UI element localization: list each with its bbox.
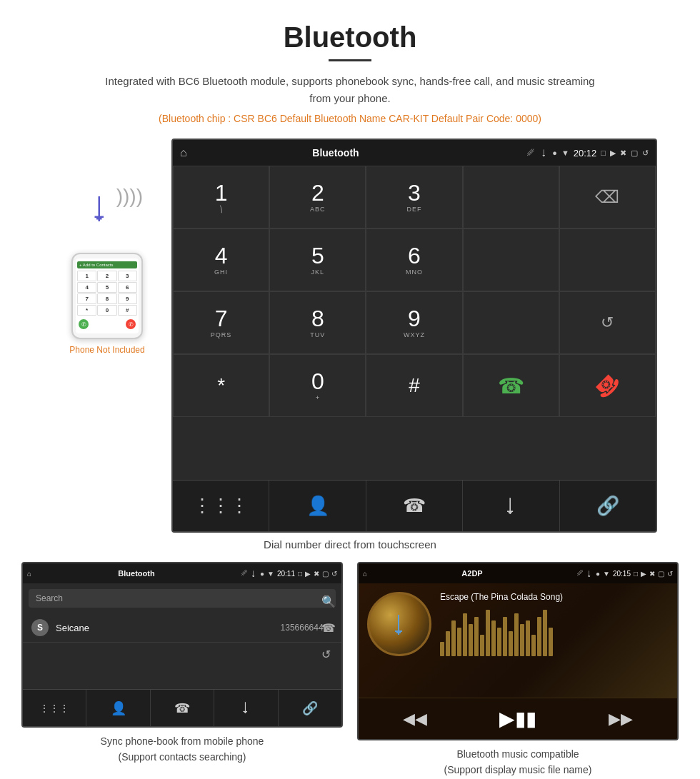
close-icon[interactable]: ✖ [620,149,626,158]
nav-contacts[interactable]: 👤 [269,481,366,531]
pb-close-icon[interactable]: ✖ [314,570,319,578]
window-icon[interactable]: ▢ [631,149,638,158]
viz-bar [537,617,541,656]
pb-status-bar: ⌂ Bluetooth ␥ ⭣ ● ▼ 20:11 □ ▶ ✖ ▢ ↺ [23,563,341,583]
call-side-icon[interactable]: ☎ [321,621,336,635]
music-info: Escape (The Pina Colada Song) [440,592,669,689]
key-4[interactable]: 4GHI [173,228,269,291]
key-7[interactable]: 7PQRS [173,291,269,354]
pb-nav-bluetooth[interactable]: ⭣ [214,690,278,726]
play-pause-button[interactable]: ▶▮▮ [499,707,536,730]
search-bar[interactable]: Search [29,589,336,608]
bluetooth-status-icon: ⭣ [540,149,548,157]
key-star[interactable]: * [173,354,269,417]
key-refresh[interactable]: ↺ [559,291,656,354]
spec-line: (Bluetooth chip : CSR BC6 Default Blueto… [14,113,686,124]
pb-usb-icon: ␥ [241,569,247,578]
refresh-side-icon[interactable]: ↺ [321,648,336,661]
status-bar: ⌂ Bluetooth ␥ ⭣ ● ▼ 20:12 □ ▶ ✖ ▢ ↺ [173,140,656,166]
phone-illustration: )))) ⭣ + Add to Contacts 1 2 3 4 5 6 7 8… [43,139,171,355]
phonebook-col: ⌂ Bluetooth ␥ ⭣ ● ▼ 20:11 □ ▶ ✖ ▢ ↺ Sear… [21,562,343,778]
pb-status-time: 20:11 [277,570,295,578]
key-hash[interactable]: # [366,354,462,417]
phone-not-included-label: Phone Not Included [69,345,144,355]
key-backspace[interactable]: ⌫ [559,166,656,228]
pb-nav-link[interactable]: 🔗 [279,690,341,726]
page-description: Integrated with BC6 Bluetooth module, su… [100,73,600,107]
key-3[interactable]: 3DEF [366,166,462,228]
music-close-icon[interactable]: ✖ [649,570,655,578]
song-title: Escape (The Pina Colada Song) [440,592,669,602]
key-9[interactable]: 9WXYZ [366,291,462,354]
nav-link[interactable]: 🔗 [560,481,656,531]
key-6[interactable]: 6MNO [366,228,462,291]
music-usb-icon: ␥ [577,569,583,578]
pb-win-icon[interactable]: ▢ [322,570,329,578]
back-icon[interactable]: ↺ [642,149,649,158]
nav-bluetooth[interactable]: ⭣ [463,481,559,531]
phonebook-caption: Sync phone-book from mobile phone (Suppo… [101,733,264,765]
pb-back-icon[interactable]: ↺ [331,570,337,578]
phone-end-button: ✆ [126,319,136,329]
key-call-red[interactable]: ☎ [559,354,656,417]
phone-key: 3 [118,271,137,281]
phone-key: 1 [77,271,96,281]
pb-nav-contacts[interactable]: 👤 [86,690,150,726]
pb-home-icon[interactable]: ⌂ [27,570,31,578]
viz-bar [457,628,461,656]
viz-bar [451,620,456,656]
key-call-green[interactable]: ☎ [463,354,559,417]
prev-track-button[interactable]: ◀◀ [403,710,427,728]
pb-nav-dialpad[interactable]: ⋮⋮⋮ [23,690,86,726]
usb-icon: ␥ [527,148,534,158]
pb-bt-icon: ⭣ [250,570,257,578]
phone-key: 4 [77,282,96,293]
status-right: ⭣ ● ▼ 20:12 □ ▶ ✖ ▢ ↺ [540,148,649,159]
car-dial-screen: ⌂ Bluetooth ␥ ⭣ ● ▼ 20:12 □ ▶ ✖ ▢ ↺ 1⎞ 2… [171,139,657,533]
pb-nav-phone[interactable]: ☎ [151,690,214,726]
viz-bar [474,617,479,656]
phone-key: 8 [97,293,116,304]
phone-key: 6 [118,282,137,293]
page-header: Bluetooth Integrated with BC6 Bluetooth … [0,0,700,139]
key-2[interactable]: 2ABC [269,166,366,228]
music-vol-icon[interactable]: ▶ [641,570,646,578]
music-bt-icon: ⭣ [586,570,593,578]
next-track-button[interactable]: ▶▶ [609,710,633,728]
music-home-icon[interactable]: ⌂ [363,570,367,578]
music-cam-icon[interactable]: □ [634,570,638,578]
page-title: Bluetooth [14,21,686,54]
phone-bottom-bar: ✆ ✆ [77,318,137,331]
nav-dialpad[interactable]: ⋮⋮⋮ [173,481,269,531]
music-win-icon[interactable]: ▢ [658,570,664,578]
key-1[interactable]: 1⎞ [173,166,269,228]
key-8[interactable]: 8TUV [269,291,366,354]
key-5[interactable]: 5JKL [269,228,366,291]
viz-bar [526,620,530,656]
music-back-icon[interactable]: ↺ [667,570,673,578]
music-visualizer [440,606,669,656]
pb-status-title: Bluetooth [34,569,239,578]
viz-bar [469,624,473,656]
key-0[interactable]: 0+ [269,354,366,417]
viz-bar [486,610,490,656]
music-status-bar: ⌂ A2DP ␥ ⭣ ● ▼ 20:15 □ ▶ ✖ ▢ ↺ [359,563,677,583]
status-time: 20:12 [574,148,597,159]
search-side-icon[interactable]: 🔍 [321,595,336,608]
nav-phone[interactable]: ☎ [366,481,463,531]
viz-bar [440,642,444,656]
phonebook-screen: ⌂ Bluetooth ␥ ⭣ ● ▼ 20:11 □ ▶ ✖ ▢ ↺ Sear… [21,562,343,728]
music-status-title: A2DP [370,569,574,578]
contact-row[interactable]: S Seicane 13566664466 [23,613,341,643]
viz-bar [446,631,450,656]
pb-cam-icon[interactable]: □ [298,570,302,578]
music-col: ⌂ A2DP ␥ ⭣ ● ▼ 20:15 □ ▶ ✖ ▢ ↺ ⭣ Escape … [357,562,679,778]
phone-top-bar: + Add to Contacts [77,261,137,268]
signal-icon: ▼ [561,149,569,157]
key-empty-4 [463,291,559,354]
search-placeholder: Search [36,593,63,603]
volume-icon[interactable]: ▶ [610,149,616,158]
camera-icon[interactable]: □ [601,149,606,157]
pb-vol-icon[interactable]: ▶ [305,570,311,578]
phone-key: 0 [97,305,116,316]
